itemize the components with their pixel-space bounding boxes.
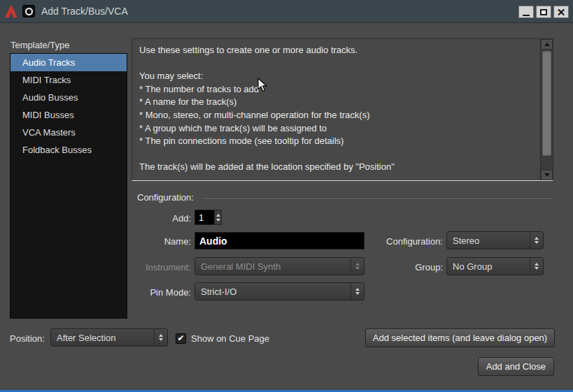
instrument-select-value: General MIDI Synth xyxy=(195,261,351,272)
add-spinbox[interactable] xyxy=(194,210,222,225)
template-type-list: Audio Tracks MIDI Tracks Audio Busses MI… xyxy=(10,53,127,319)
group-label: Group: xyxy=(343,262,443,273)
description-line: * Mono, stereo, or multi-channel operati… xyxy=(139,109,535,122)
description-line xyxy=(139,57,535,71)
arrow-down-icon xyxy=(355,292,360,295)
minimize-icon xyxy=(523,15,530,16)
list-item-audio-busses[interactable]: Audio Busses xyxy=(10,89,127,106)
description-line: Use these settings to create one or more… xyxy=(139,44,535,57)
pin-mode-select[interactable]: Strict-I/O xyxy=(194,282,365,300)
configuration-select-value: Stereo xyxy=(447,235,530,246)
show-on-cue-checkbox[interactable]: ✔ xyxy=(176,333,186,344)
pin-mode-select-value: Strict-I/O xyxy=(195,286,351,297)
description-line: You may select: xyxy=(139,70,535,83)
combo-arrows-icon xyxy=(530,258,543,275)
arrow-up-icon xyxy=(535,263,539,266)
add-label: Add: xyxy=(84,213,191,224)
spin-up-icon xyxy=(216,214,220,217)
instrument-label: Instrument: xyxy=(84,262,191,273)
arrow-up-icon xyxy=(159,334,163,337)
list-item-foldback-busses[interactable]: Foldback Busses xyxy=(10,141,127,159)
minimize-button[interactable] xyxy=(518,6,534,18)
arrow-down-icon xyxy=(535,241,539,244)
list-item-vca-masters[interactable]: VCA Masters xyxy=(10,124,127,141)
description-line xyxy=(139,148,535,161)
group-select[interactable]: No Group xyxy=(446,257,544,275)
scrollbar-thumb[interactable] xyxy=(542,51,551,156)
arrow-up-icon xyxy=(355,288,360,291)
combo-arrows-icon xyxy=(530,232,543,249)
window-title: Add Track/Bus/VCA xyxy=(41,6,128,17)
title-bar[interactable]: Add Track/Bus/VCA ✕ xyxy=(0,0,573,23)
add-count-input[interactable] xyxy=(194,210,214,225)
window-controls: ✕ xyxy=(516,6,569,18)
screen: Add Track/Bus/VCA ✕ Template/Type Audio … xyxy=(0,0,573,392)
list-item-midi-tracks[interactable]: MIDI Tracks xyxy=(10,71,127,89)
position-select-value: After Selection xyxy=(51,333,154,343)
arrow-down-icon xyxy=(535,267,539,270)
maximize-icon xyxy=(540,9,547,15)
maximize-button[interactable] xyxy=(536,6,551,18)
show-on-cue-label[interactable]: Show on Cue Page xyxy=(191,333,282,344)
spin-buttons[interactable] xyxy=(214,210,222,225)
instrument-select: General MIDI Synth xyxy=(194,257,365,275)
description-line: * A group which the track(s) will be ass… xyxy=(139,122,535,136)
combo-arrows-icon xyxy=(154,329,167,346)
configuration-frame-label: Configuration: xyxy=(137,192,194,203)
close-icon: ✕ xyxy=(557,7,566,17)
group-select-value: No Group xyxy=(447,261,530,272)
frame-separator xyxy=(204,197,553,198)
scroll-up-button[interactable] xyxy=(541,39,553,50)
pin-mode-label: Pin Mode: xyxy=(84,287,191,298)
close-button[interactable]: ✕ xyxy=(553,6,569,18)
description-line: * The number of tracks to add xyxy=(139,83,535,96)
combo-arrows-icon xyxy=(351,283,364,300)
description-line: The track(s) will be added at the locati… xyxy=(139,161,535,174)
template-type-label: Template/Type xyxy=(10,40,70,50)
ring-glyph-icon xyxy=(25,8,33,15)
arrow-up-icon xyxy=(544,43,550,46)
configuration-select[interactable]: Stereo xyxy=(446,231,544,249)
name-input[interactable] xyxy=(194,232,365,249)
arrow-up-icon xyxy=(535,237,539,240)
ardour-logo-icon xyxy=(3,3,19,19)
scroll-down-button[interactable] xyxy=(541,170,553,180)
description-scrollbar[interactable] xyxy=(540,39,553,180)
description-text: Use these settings to create one or more… xyxy=(139,44,535,174)
description-panel: Use these settings to create one or more… xyxy=(132,38,553,181)
configuration-label: Configuration: xyxy=(343,236,443,247)
list-item-midi-busses[interactable]: MIDI Busses xyxy=(10,106,127,124)
add-selected-items-button[interactable]: Add selected items (and leave dialog ope… xyxy=(365,328,555,347)
list-item-audio-tracks[interactable]: Audio Tracks xyxy=(10,54,127,71)
add-and-close-button[interactable]: Add and Close xyxy=(478,357,554,376)
checkmark-icon: ✔ xyxy=(177,334,184,342)
position-label: Position: xyxy=(10,333,45,344)
arrow-down-icon xyxy=(159,338,163,341)
window-menu-icon[interactable] xyxy=(22,5,35,17)
spin-down-icon xyxy=(216,219,220,222)
arrow-down-icon xyxy=(544,173,550,177)
description-line: * A name for the track(s) xyxy=(139,96,535,109)
position-select[interactable]: After Selection xyxy=(50,328,168,347)
description-line: * The pin connections mode (see tooltip … xyxy=(139,135,535,148)
name-label: Name: xyxy=(84,236,191,247)
